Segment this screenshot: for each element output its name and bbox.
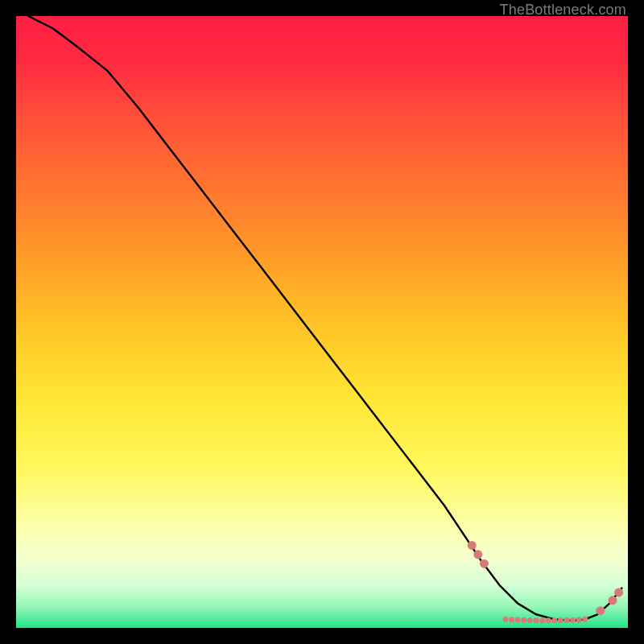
svg-point-11 (527, 617, 533, 623)
svg-point-8 (509, 617, 514, 622)
svg-point-9 (515, 617, 521, 623)
watermark-text: TheBottleneck.com (500, 2, 626, 19)
chart-svg (16, 16, 628, 628)
svg-point-13 (539, 617, 545, 623)
svg-point-14 (546, 617, 551, 623)
svg-point-20 (582, 617, 588, 622)
svg-point-17 (564, 617, 570, 623)
svg-point-1 (468, 541, 477, 550)
svg-point-15 (551, 617, 557, 623)
svg-point-6 (614, 588, 623, 597)
svg-point-12 (534, 617, 539, 623)
svg-rect-0 (16, 16, 628, 628)
svg-point-5 (609, 596, 617, 605)
svg-point-10 (521, 617, 526, 623)
svg-point-3 (480, 559, 489, 568)
svg-point-18 (570, 617, 576, 623)
svg-point-19 (576, 617, 582, 622)
svg-point-2 (473, 550, 482, 559)
svg-point-4 (596, 606, 605, 615)
svg-point-16 (558, 617, 564, 623)
chart-plot-area (16, 16, 628, 628)
svg-point-7 (503, 617, 509, 622)
